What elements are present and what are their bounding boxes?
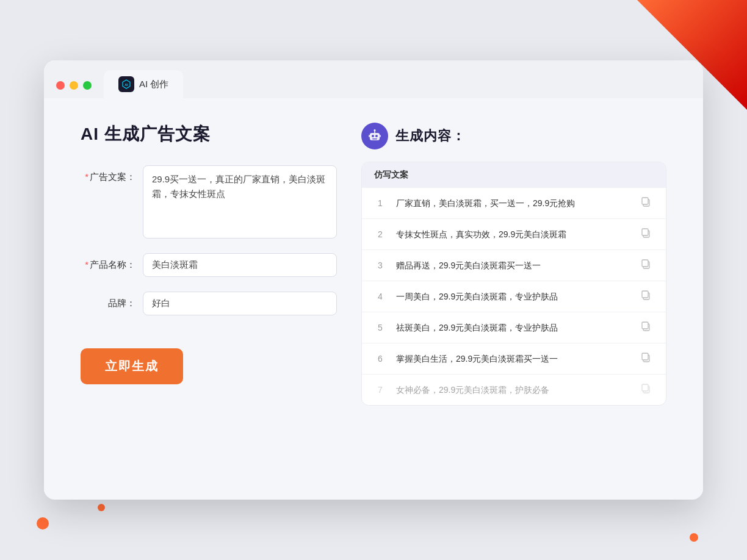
row-text: 赠品再送，29.9元美白淡斑霜买一送一 xyxy=(396,259,630,272)
maximize-button[interactable] xyxy=(83,81,92,90)
svg-rect-7 xyxy=(372,138,377,140)
svg-rect-17 xyxy=(642,291,648,298)
browser-window: AI AI 创作 AI 生成广告文案 *广告文案： *产品名称： xyxy=(44,60,703,500)
copy-icon[interactable] xyxy=(640,321,654,334)
main-content: AI 生成广告文案 *广告文案： *产品名称： 品牌： 立 xyxy=(44,98,703,495)
row-number: 7 xyxy=(374,385,386,395)
minimize-button[interactable] xyxy=(70,81,78,90)
row-number: 5 xyxy=(374,323,386,332)
product-name-group: *产品名称： xyxy=(81,253,337,277)
copy-icon[interactable] xyxy=(640,228,654,241)
ad-copy-label: *广告文案： xyxy=(81,165,135,183)
left-panel: AI 生成广告文案 *广告文案： *产品名称： 品牌： 立 xyxy=(81,123,337,470)
svg-point-4 xyxy=(375,135,378,137)
row-number: 1 xyxy=(374,198,386,208)
row-number: 6 xyxy=(374,354,386,364)
row-number: 4 xyxy=(374,292,386,301)
svg-point-6 xyxy=(374,129,376,131)
row-number: 3 xyxy=(374,260,386,270)
row-text: 女神必备，29.9元美白淡斑霜，护肤必备 xyxy=(396,384,630,397)
row-text: 祛斑美白，29.9元美白淡斑霜，专业护肤品 xyxy=(396,321,630,334)
svg-rect-9 xyxy=(380,135,381,137)
svg-text:AI: AI xyxy=(125,83,128,87)
table-row: 3 赠品再送，29.9元美白淡斑霜买一送一 xyxy=(362,250,666,281)
copy-icon[interactable] xyxy=(640,259,654,272)
table-row: 6 掌握美白生活，29.9元美白淡斑霜买一送一 xyxy=(362,343,666,375)
product-name-label: *产品名称： xyxy=(81,253,135,271)
ad-copy-input[interactable] xyxy=(143,165,337,239)
table-row: 4 一周美白，29.9元美白淡斑霜，专业护肤品 xyxy=(362,281,666,312)
svg-rect-19 xyxy=(642,322,648,329)
table-row: 2 专抹女性斑点，真实功效，29.9元美白淡斑霜 xyxy=(362,219,666,250)
row-number: 2 xyxy=(374,229,386,239)
table-row: 7 女神必备，29.9元美白淡斑霜，护肤必备 xyxy=(362,375,666,405)
svg-rect-8 xyxy=(369,135,370,137)
table-row: 5 祛斑美白，29.9元美白淡斑霜，专业护肤品 xyxy=(362,312,666,343)
row-text: 掌握美白生活，29.9元美白淡斑霜买一送一 xyxy=(396,353,630,365)
brand-label: 品牌： xyxy=(81,292,135,309)
svg-rect-23 xyxy=(642,384,648,391)
window-controls xyxy=(56,81,92,98)
robot-icon xyxy=(361,123,388,149)
copy-icon[interactable] xyxy=(640,352,654,365)
bg-decoration-bl xyxy=(37,517,49,529)
result-header: 生成内容： xyxy=(361,123,666,149)
svg-rect-15 xyxy=(642,260,648,267)
table-header: 仿写文案 xyxy=(362,162,666,188)
results-table: 仿写文案 1 厂家直销，美白淡斑霜，买一送一，29.9元抢购 2 专抹女性斑点，… xyxy=(361,162,666,406)
row-text: 一周美白，29.9元美白淡斑霜，专业护肤品 xyxy=(396,290,630,303)
generate-button[interactable]: 立即生成 xyxy=(81,348,183,384)
row-text: 厂家直销，美白淡斑霜，买一送一，29.9元抢购 xyxy=(396,197,630,210)
result-title: 生成内容： xyxy=(395,127,466,145)
ai-logo-icon: AI xyxy=(118,76,134,92)
row-text: 专抹女性斑点，真实功效，29.9元美白淡斑霜 xyxy=(396,228,630,241)
title-bar: AI AI 创作 xyxy=(44,60,703,98)
tab-label: AI 创作 xyxy=(139,79,168,90)
results-container: 1 厂家直销，美白淡斑霜，买一送一，29.9元抢购 2 专抹女性斑点，真实功效，… xyxy=(362,188,666,405)
copy-icon[interactable] xyxy=(640,383,654,397)
ad-copy-required: * xyxy=(85,171,88,182)
copy-icon[interactable] xyxy=(640,290,654,303)
product-required: * xyxy=(85,259,88,270)
ai-creation-tab[interactable]: AI AI 创作 xyxy=(104,70,183,98)
copy-icon[interactable] xyxy=(640,196,654,210)
svg-rect-13 xyxy=(642,229,648,235)
product-name-input[interactable] xyxy=(143,253,337,277)
ad-copy-group: *广告文案： xyxy=(81,165,337,239)
table-row: 1 厂家直销，美白淡斑霜，买一送一，29.9元抢购 xyxy=(362,188,666,219)
close-button[interactable] xyxy=(56,81,65,90)
brand-input[interactable] xyxy=(143,292,337,315)
bg-decoration-bl2 xyxy=(98,504,105,511)
right-panel: 生成内容： 仿写文案 1 厂家直销，美白淡斑霜，买一送一，29.9元抢购 2 专… xyxy=(361,123,666,470)
page-title: AI 生成广告文案 xyxy=(81,123,337,146)
svg-point-3 xyxy=(372,135,374,137)
bg-decoration-br xyxy=(690,533,698,542)
svg-rect-11 xyxy=(642,198,648,204)
svg-rect-21 xyxy=(642,353,648,360)
brand-group: 品牌： xyxy=(81,292,337,315)
